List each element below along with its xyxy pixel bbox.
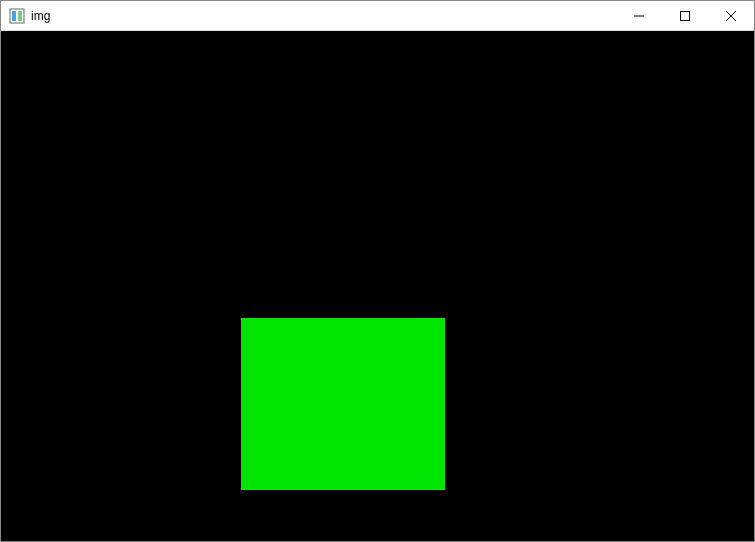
- green-rectangle: [241, 318, 445, 490]
- titlebar[interactable]: img: [1, 1, 754, 31]
- app-icon: [9, 8, 25, 24]
- close-button[interactable]: [708, 1, 754, 30]
- window-title: img: [31, 9, 50, 23]
- window-controls: [616, 1, 754, 30]
- image-canvas: [1, 31, 754, 541]
- minimize-button[interactable]: [616, 1, 662, 30]
- svg-rect-1: [12, 11, 16, 21]
- maximize-button[interactable]: [662, 1, 708, 30]
- svg-rect-4: [681, 11, 690, 20]
- svg-rect-2: [18, 11, 22, 21]
- app-window: img: [0, 0, 755, 542]
